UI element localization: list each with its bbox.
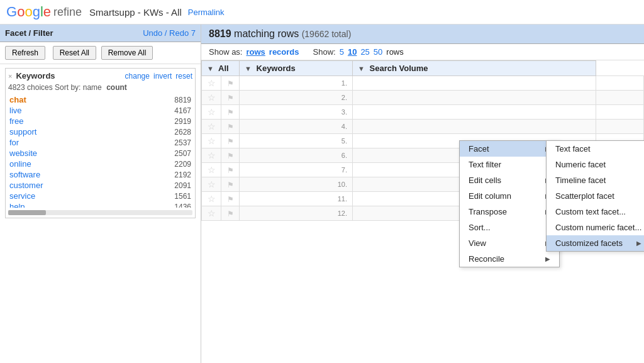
flag-icon[interactable]: ⚑ — [227, 137, 234, 146]
list-item: live4167 — [8, 105, 192, 116]
flag-icon[interactable]: ⚑ — [227, 152, 234, 160]
menu-item[interactable]: View▶ — [460, 235, 559, 251]
star-icon[interactable]: ☆ — [208, 92, 216, 103]
reset-all-button[interactable]: Reset All — [53, 46, 96, 60]
list-item: software2192 — [8, 169, 192, 180]
table-row: ☆⚑2. — [202, 91, 644, 105]
menu-item-label: Reconcile — [469, 254, 504, 264]
star-icon[interactable]: ☆ — [208, 78, 216, 88]
facet-keyword-count: 4167 — [174, 106, 191, 115]
search-volume-cell — [596, 120, 643, 134]
facet-keyword-name[interactable]: live — [9, 106, 22, 115]
col-search-volume[interactable]: ▼ Search Volume — [353, 61, 596, 76]
star-icon[interactable]: ☆ — [208, 165, 216, 175]
show-25-option[interactable]: 25 — [360, 47, 369, 57]
show-rows-link[interactable]: rows — [246, 47, 265, 57]
menu-item[interactable]: Edit cells▶ — [460, 172, 559, 188]
menu-item[interactable]: Scatterplot facet — [547, 188, 644, 204]
col-keywords[interactable]: ▼ Keywords — [240, 61, 353, 76]
table-header-row: ▼ All ▼ Keywords ▼ Search Volume — [202, 61, 644, 76]
show-count-label: Show: — [313, 47, 336, 57]
facet-keyword-name[interactable]: chat — [9, 95, 26, 104]
star-icon[interactable]: ☆ — [208, 121, 216, 131]
facet-box-title: × Keywords — [8, 71, 55, 81]
facet-keyword-name[interactable]: help — [9, 202, 25, 208]
flag-icon[interactable]: ⚑ — [227, 209, 234, 218]
total-rows-number: 19662 — [304, 29, 329, 39]
rows-word-label: rows — [386, 47, 403, 57]
show-records-link[interactable]: records — [269, 47, 299, 57]
show-50-option[interactable]: 50 — [374, 47, 382, 57]
facet-keyword-name[interactable]: online — [9, 159, 31, 169]
menu-item-label: Transpose — [469, 207, 507, 216]
star-cell: ☆ — [202, 206, 221, 221]
menu-item[interactable]: Sort... — [460, 220, 559, 235]
flag-icon[interactable]: ⚑ — [227, 166, 234, 175]
menu-item[interactable]: Reconcile▶ — [460, 251, 559, 267]
remove-all-button[interactable]: Remove All — [101, 46, 153, 60]
context-menu-l2: Text facetNumeric facetTimeline facetSca… — [546, 140, 644, 252]
star-icon[interactable]: ☆ — [208, 107, 216, 117]
row-number: 11. — [240, 192, 353, 206]
show-5-option[interactable]: 5 — [340, 47, 344, 57]
show-as-label: Show as: — [209, 47, 242, 57]
facet-change-link[interactable]: change — [125, 72, 150, 81]
facet-keyword-name[interactable]: free — [9, 116, 23, 126]
star-cell: ☆ — [202, 163, 221, 177]
keyword-cell — [353, 76, 596, 91]
menu-item[interactable]: Facet▶ — [460, 141, 559, 157]
star-icon[interactable]: ☆ — [208, 150, 216, 160]
star-icon[interactable]: ☆ — [208, 208, 216, 218]
menu-item-label: Timeline facet — [555, 176, 606, 185]
menu-item-label: Sort... — [469, 223, 491, 232]
facet-keyword-name[interactable]: software — [9, 170, 40, 179]
facet-close-icon[interactable]: × — [8, 72, 12, 80]
facet-keyword-name[interactable]: support — [9, 127, 36, 137]
menu-item[interactable]: Transpose▶ — [460, 204, 559, 220]
context-menu-l1: Facet▶Text filterEdit cells▶Edit column▶… — [459, 140, 560, 267]
menu-item[interactable]: Custom text facet... — [547, 204, 644, 220]
show-10-option[interactable]: 10 — [348, 47, 357, 57]
facet-filter-label: Facet / Filter — [5, 28, 53, 38]
row-number: 3. — [240, 105, 353, 120]
facet-reset-link[interactable]: reset — [175, 72, 192, 81]
table-row: ☆⚑1. — [202, 76, 644, 91]
star-icon[interactable]: ☆ — [208, 194, 216, 204]
app-header: Google refine Smartsupp - KWs - All Perm… — [0, 0, 644, 25]
facet-keyword-count: 2091 — [174, 181, 191, 190]
menu-item[interactable]: Text filter — [460, 157, 559, 172]
menu-item[interactable]: Numeric facet — [547, 157, 644, 172]
flag-icon[interactable]: ⚑ — [227, 108, 234, 117]
star-icon[interactable]: ☆ — [208, 179, 216, 189]
flag-icon[interactable]: ⚑ — [227, 94, 234, 103]
facet-keyword-name[interactable]: service — [9, 191, 35, 201]
menu-item[interactable]: Edit column▶ — [460, 188, 559, 204]
flag-cell: ⚑ — [221, 120, 240, 134]
facet-keyword-name[interactable]: website — [9, 148, 37, 158]
undo-redo-button[interactable]: Undo / Redo 7 — [143, 28, 196, 38]
submenu-arrow-icon: ▶ — [636, 240, 641, 247]
permalink-link[interactable]: Permalink — [188, 8, 225, 17]
menu-item[interactable]: Text facet — [547, 141, 644, 157]
facet-invert-link[interactable]: invert — [153, 72, 172, 81]
flag-icon[interactable]: ⚑ — [227, 181, 234, 189]
facet-scrollbar[interactable] — [8, 210, 192, 215]
row-number: 1. — [240, 76, 353, 91]
refresh-button[interactable]: Refresh — [5, 46, 45, 60]
flag-icon[interactable]: ⚑ — [227, 195, 234, 204]
menu-item[interactable]: Customized facets▶ — [547, 235, 644, 251]
menu-item-label: Scatterplot facet — [555, 191, 614, 201]
sort-by-name[interactable]: name — [83, 83, 102, 92]
menu-item[interactable]: Timeline facet — [547, 172, 644, 188]
list-item: customer2091 — [8, 180, 192, 191]
submenu-arrow-icon: ▶ — [545, 255, 550, 262]
flag-icon[interactable]: ⚑ — [227, 123, 234, 131]
star-icon[interactable]: ☆ — [208, 136, 216, 146]
total-rows: (19662 total) — [302, 29, 352, 39]
menu-item[interactable]: Custom numeric facet... — [547, 220, 644, 235]
flag-icon[interactable]: ⚑ — [227, 79, 234, 88]
facet-keyword-name[interactable]: for — [9, 138, 19, 147]
facet-keyword-name[interactable]: customer — [9, 181, 43, 190]
list-item: free2919 — [8, 116, 192, 126]
sort-by-count[interactable]: count — [106, 83, 127, 92]
